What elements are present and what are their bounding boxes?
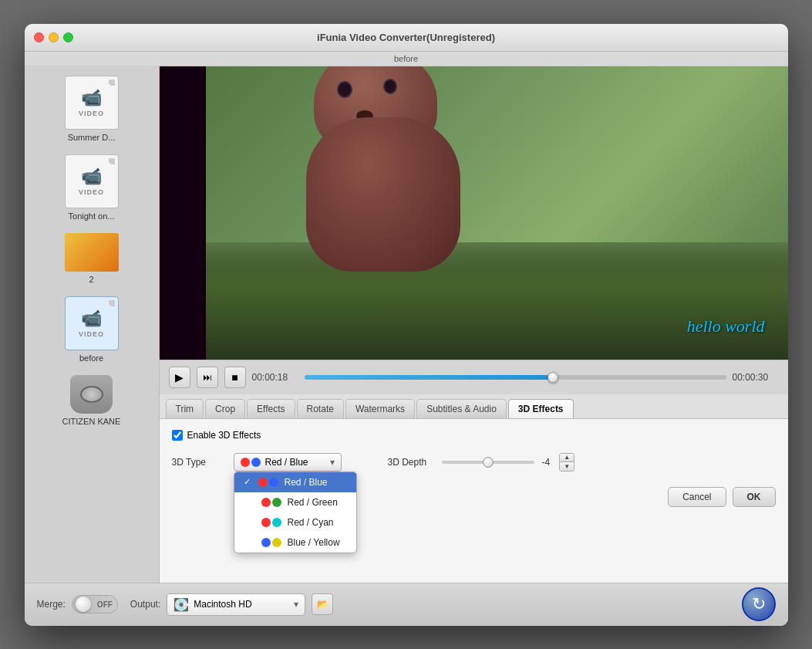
type-label: 3D Type: [172, 457, 218, 468]
depth-stepper[interactable]: ▲ ▼: [559, 453, 574, 472]
groundhog-silhouette: [275, 66, 545, 272]
groundhog-eye-right: [383, 79, 397, 94]
dropdown-selected-value: Red / Blue: [265, 457, 308, 468]
type-dropdown-trigger[interactable]: Red / Blue ▾: [234, 453, 342, 472]
groundhog-body: [306, 117, 460, 272]
tab-rotate[interactable]: Rotate: [297, 399, 344, 418]
sidebar-item-label: before: [79, 353, 103, 363]
selected-color-dots: [241, 458, 261, 467]
sidebar-thumb-image: [65, 233, 119, 272]
current-time: 00:00:18: [252, 372, 298, 383]
dropdown-option-red-green[interactable]: Red / Green: [234, 492, 356, 512]
depth-slider[interactable]: [442, 461, 534, 464]
video-icon: 📹: [81, 167, 102, 187]
overlay-text: hello world: [687, 316, 765, 336]
stop-button[interactable]: ■: [224, 367, 246, 388]
main-content: 📹 VIDEO Summer D... 📹 VIDEO Tonight on..…: [25, 66, 788, 583]
progress-thumb[interactable]: [548, 372, 558, 383]
ok-button[interactable]: OK: [733, 487, 776, 507]
tab-crop[interactable]: Crop: [205, 399, 245, 418]
tab-3deffects[interactable]: 3D Effects: [508, 399, 574, 418]
chevron-down-icon: ▾: [330, 457, 335, 468]
sidebar-item-before[interactable]: 📹 VIDEO before: [34, 293, 150, 366]
output-section: Output: 💽 Macintosh HD ▾ 📂: [130, 593, 729, 616]
dropdown-option-red-cyan[interactable]: Red / Cyan: [234, 512, 356, 532]
sidebar: 📹 VIDEO Summer D... 📹 VIDEO Tonight on..…: [25, 66, 160, 583]
sidebar-thumb-tonight: 📹 VIDEO: [65, 154, 119, 208]
depth-value: -4: [542, 457, 551, 468]
main-window: iFunia Video Converter(Unregistered) bef…: [25, 24, 788, 626]
maximize-button[interactable]: [63, 32, 73, 42]
enable-3d-row: Enable 3D Effects: [172, 430, 776, 441]
sidebar-item-label: CITIZEN KANE: [62, 417, 121, 426]
type-dropdown-container: Red / Blue ▾ ✓: [234, 453, 342, 472]
merge-toggle[interactable]: OFF: [72, 595, 118, 614]
disk-icon: [70, 375, 113, 414]
merge-section: Merge: OFF: [37, 595, 118, 614]
total-time: 00:00:30: [733, 372, 779, 383]
stepper-down-button[interactable]: ▼: [560, 462, 574, 471]
option-label: Red / Green: [288, 497, 338, 508]
folder-open-icon: 📂: [317, 599, 329, 610]
panel-3d-effects: Enable 3D Effects 3D Type Red / Blue: [160, 419, 788, 583]
dots-red-green: [261, 498, 281, 507]
sidebar-item-citizen-kane[interactable]: CITIZEN KANE: [34, 372, 150, 429]
cancel-button[interactable]: Cancel: [668, 487, 726, 507]
depth-label: 3D Depth: [388, 457, 434, 468]
groundhog-eye-left: [337, 81, 352, 98]
sidebar-item-label: Summer D...: [68, 133, 116, 142]
tab-watermarks[interactable]: Watermarks: [345, 399, 415, 418]
progress-fill: [305, 375, 558, 380]
right-panel: hello world ▶ ⏭ ■ 00:00:18 00:00:30 Trim…: [160, 66, 788, 583]
depth-section: 3D Depth -4 ▲ ▼: [388, 453, 575, 472]
toggle-ball: [76, 597, 91, 612]
video-icon: 📹: [81, 88, 102, 108]
dot-red: [241, 458, 250, 467]
dots-blue-yellow: [261, 538, 281, 547]
progress-bar[interactable]: [305, 375, 726, 380]
option-label: Blue / Yellow: [288, 537, 340, 548]
output-value: Macintosh HD: [194, 599, 251, 610]
dots-red-cyan: [261, 518, 281, 527]
play-button[interactable]: ▶: [169, 367, 190, 388]
checkmark-icon: ✓: [244, 477, 251, 487]
sidebar-item-3[interactable]: 2: [34, 230, 150, 287]
step-forward-button[interactable]: ⏭: [197, 367, 218, 388]
dots-red-blue: [258, 478, 278, 487]
enable-3d-label: Enable 3D Effects: [187, 430, 261, 441]
convert-button[interactable]: ↻: [742, 587, 776, 621]
sidebar-item-summer[interactable]: 📹 VIDEO Summer D...: [34, 73, 150, 145]
depth-thumb[interactable]: [483, 457, 494, 468]
bottom-bar: Merge: OFF Output: 💽 Macintosh HD ▾ 📂 ↻: [25, 583, 788, 626]
settings-row: 3D Type Red / Blue ▾: [172, 453, 776, 472]
traffic-lights: [34, 32, 73, 42]
sidebar-item-label: 2: [89, 275, 93, 284]
option-label: Red / Blue: [285, 477, 328, 488]
hard-drive-icon: 💽: [174, 597, 189, 612]
dropdown-option-red-blue[interactable]: ✓ Red / Blue: [234, 472, 356, 492]
sidebar-thumb-before: 📹 VIDEO: [65, 296, 119, 350]
enable-3d-checkbox[interactable]: [172, 430, 183, 441]
tab-trim[interactable]: Trim: [166, 399, 204, 418]
subtitle-bar: before: [25, 52, 788, 66]
sidebar-item-label: Tonight on...: [69, 211, 115, 221]
stepper-up-button[interactable]: ▲: [560, 454, 574, 462]
merge-label: Merge:: [37, 599, 66, 610]
output-dropdown[interactable]: 💽 Macintosh HD ▾: [167, 593, 305, 616]
black-bar-left: [160, 66, 206, 360]
sidebar-item-tonight[interactable]: 📹 VIDEO Tonight on...: [34, 151, 150, 224]
browse-button[interactable]: 📂: [312, 593, 333, 615]
video-preview: hello world: [160, 66, 788, 360]
tab-effects[interactable]: Effects: [247, 399, 295, 418]
window-title: iFunia Video Converter(Unregistered): [317, 32, 495, 43]
tabs: Trim Crop Effects Rotate Watermarks Subt…: [160, 394, 788, 418]
tab-subtitles[interactable]: Subtitles & Audio: [416, 399, 507, 418]
convert-icon: ↻: [752, 594, 766, 614]
subtitle-text: before: [394, 54, 418, 63]
close-button[interactable]: [34, 32, 44, 42]
tabs-area: Trim Crop Effects Rotate Watermarks Subt…: [160, 394, 788, 419]
dropdown-option-blue-yellow[interactable]: Blue / Yellow: [234, 532, 356, 553]
sidebar-thumb-summer: 📹 VIDEO: [65, 76, 119, 130]
dot-blue: [251, 458, 261, 467]
minimize-button[interactable]: [49, 32, 59, 42]
